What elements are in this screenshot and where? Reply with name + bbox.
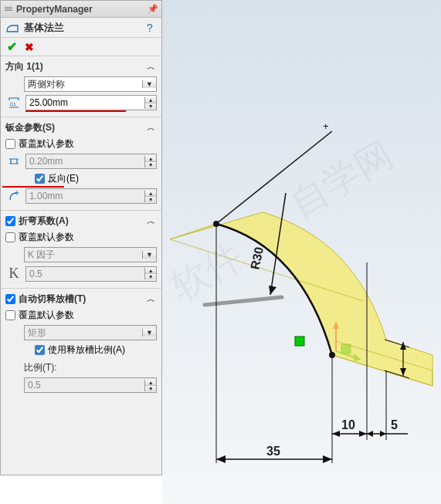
k-factor-field <box>26 267 144 281</box>
dropdown-arrow-icon[interactable]: ▼ <box>142 251 156 259</box>
spin-down-icon[interactable]: ▼ <box>145 274 156 279</box>
direction-header: 方向 1(1) <box>5 60 144 73</box>
spin-up-icon[interactable]: ▲ <box>145 97 156 103</box>
end-condition-value: 两侧对称 <box>25 78 142 91</box>
highlight-underline <box>25 110 126 112</box>
allowance-method-value: K 因子 <box>25 249 142 262</box>
sheetmetal-section: 钣金参数(S) ︿ 覆盖默认参数 ▲▼ 反向(E) <box>1 117 161 211</box>
relief-header: 自动切释放槽(T) <box>19 293 86 306</box>
thickness-input[interactable]: ▲▼ <box>25 154 157 169</box>
dimension-35[interactable]: 35 <box>216 445 332 463</box>
override-defaults-checkbox[interactable]: 覆盖默认参数 <box>5 309 157 322</box>
collapse-icon[interactable]: ︿ <box>144 215 157 227</box>
sheet-surface <box>170 212 433 386</box>
override-defaults-checkbox[interactable]: 覆盖默认参数 <box>5 137 157 151</box>
ok-button[interactable]: ✔ <box>7 39 17 54</box>
bend-radius-icon <box>5 189 22 203</box>
ratio-input[interactable]: ▲▼ <box>24 377 157 393</box>
dropdown-arrow-icon[interactable]: ▼ <box>142 329 156 337</box>
spin-up-icon[interactable]: ▲ <box>145 156 156 162</box>
svg-text:35: 35 <box>266 445 280 458</box>
sheetmetal-header: 钣金参数(S) <box>5 121 144 134</box>
help-icon[interactable]: ? <box>143 22 157 34</box>
svg-marker-17 <box>216 455 226 463</box>
svg-marker-18 <box>323 455 332 463</box>
property-manager-panel: PropertyManager 📌 基体法兰 ? ✔ ✖ 方向 1(1) ︿ 两… <box>0 0 162 475</box>
svg-text:R30: R30 <box>248 245 266 270</box>
pushpin-icon[interactable]: 📌 <box>144 4 161 14</box>
svg-text:D1: D1 <box>10 102 16 107</box>
relief-section: 自动切释放槽(T) ︿ 覆盖默认参数 矩形 ▼ 使用释放槽比例(A) 比例(T)… <box>1 289 161 399</box>
graphics-viewport[interactable]: 软件 自学网 + <box>162 0 441 504</box>
bend-allowance-header: 折弯系数(A) <box>19 215 69 228</box>
feature-header: 基体法兰 ? <box>1 18 161 38</box>
thickness-field <box>26 154 144 168</box>
collapse-icon[interactable]: ︿ <box>144 293 157 305</box>
spin-down-icon[interactable]: ▼ <box>145 103 156 109</box>
svg-text:5: 5 <box>391 418 398 431</box>
auto-relief-toggle[interactable]: 自动切释放槽(T) <box>5 293 144 306</box>
depth-field[interactable] <box>26 96 144 110</box>
feature-name: 基体法兰 <box>24 21 138 35</box>
svg-text:+: + <box>323 120 329 132</box>
model-canvas: + 35 10 5 R3 <box>162 0 441 504</box>
svg-rect-5 <box>295 337 304 346</box>
spin-up-icon[interactable]: ▲ <box>145 268 156 274</box>
collapse-icon[interactable]: ︿ <box>144 122 157 134</box>
bend-radius-field <box>26 189 144 203</box>
override-label: 覆盖默认参数 <box>19 231 74 244</box>
k-factor-icon: K <box>5 266 22 282</box>
bend-allowance-section: 折弯系数(A) ︿ 覆盖默认参数 K 因子 ▼ K ▲▼ <box>1 211 161 289</box>
thickness-icon <box>5 154 22 168</box>
k-factor-input[interactable]: ▲▼ <box>25 266 157 282</box>
collapse-icon[interactable]: ︿ <box>144 61 157 73</box>
dimension-5[interactable]: 5 <box>367 418 408 437</box>
use-ratio-label: 使用释放槽比例(A) <box>48 343 125 357</box>
panel-title: PropertyManager <box>16 4 144 15</box>
svg-marker-21 <box>332 431 340 437</box>
svg-marker-25 <box>367 431 373 437</box>
svg-marker-30 <box>269 286 276 295</box>
allowance-method-select[interactable]: K 因子 ▼ <box>24 247 157 262</box>
relief-type-select[interactable]: 矩形 ▼ <box>24 325 157 340</box>
override-label: 覆盖默认参数 <box>19 309 74 322</box>
svg-text:10: 10 <box>341 418 355 431</box>
highlight-underline <box>2 186 64 188</box>
cancel-button[interactable]: ✖ <box>25 41 34 53</box>
ratio-field <box>25 378 144 392</box>
depth-input[interactable]: ▲▼ <box>25 95 157 110</box>
svg-marker-26 <box>380 431 386 437</box>
svg-marker-22 <box>359 431 367 437</box>
spin-up-icon[interactable]: ▲ <box>145 191 156 197</box>
override-label: 覆盖默认参数 <box>19 137 74 151</box>
spin-down-icon[interactable]: ▼ <box>145 386 156 391</box>
reverse-checkbox[interactable]: 反向(E) <box>5 172 157 185</box>
panel-titlebar[interactable]: PropertyManager 📌 <box>1 1 161 18</box>
construction-line <box>216 131 332 224</box>
ratio-label: 比例(T): <box>5 361 157 374</box>
direction-section: 方向 1(1) ︿ 两侧对称 ▼ D1 ▲▼ <box>1 56 161 117</box>
override-defaults-checkbox[interactable]: 覆盖默认参数 <box>5 231 157 244</box>
drag-grip-icon[interactable] <box>1 7 16 11</box>
depth-icon: D1 <box>5 96 22 110</box>
base-flange-icon <box>5 21 19 35</box>
reverse-label: 反向(E) <box>48 172 79 185</box>
bend-allowance-toggle[interactable]: 折弯系数(A) <box>5 215 144 228</box>
relief-type-value: 矩形 <box>25 326 142 340</box>
dropdown-arrow-icon[interactable]: ▼ <box>142 80 156 88</box>
spin-down-icon[interactable]: ▼ <box>145 162 156 167</box>
confirm-row: ✔ ✖ <box>1 38 161 56</box>
dimension-10[interactable]: 10 <box>332 418 367 437</box>
spin-up-icon[interactable]: ▲ <box>145 380 156 386</box>
spin-down-icon[interactable]: ▼ <box>145 197 156 202</box>
use-ratio-checkbox[interactable]: 使用释放槽比例(A) <box>5 343 157 357</box>
end-condition-select[interactable]: 两侧对称 ▼ <box>24 76 157 92</box>
bend-radius-input[interactable]: ▲▼ <box>25 188 157 204</box>
